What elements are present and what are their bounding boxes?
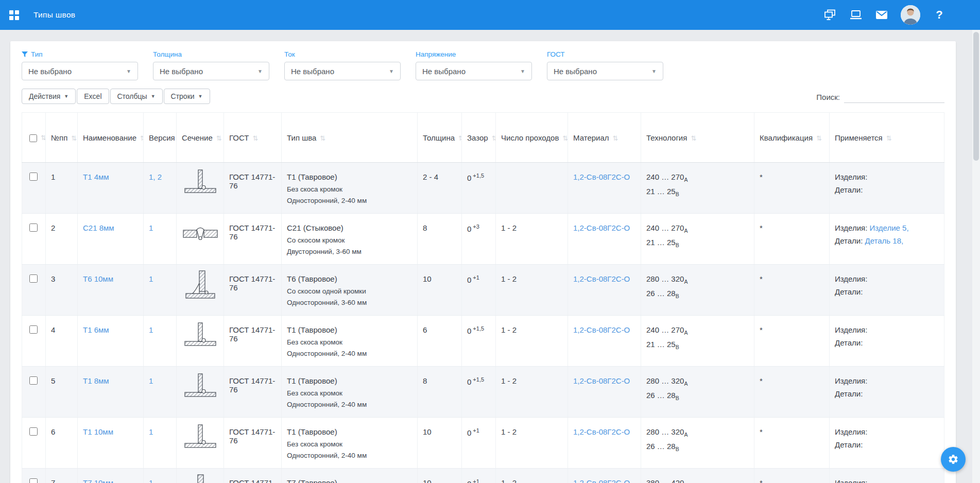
applies-cell: Изделия: Детали: <box>830 418 944 469</box>
table-row: 2 С21 8мм 1 ГОСТ 14771-76 С21 (Стыковое)… <box>22 214 944 265</box>
products-label: Изделия: <box>835 325 867 334</box>
products-label: Изделия: <box>835 478 867 483</box>
excel-button[interactable]: Excel <box>77 89 109 104</box>
material-link[interactable]: 1,2-Св-08Г2С-О <box>573 427 630 436</box>
filters-row: Тип Не выбрано▼ Толщина Не выбрано▼ Ток … <box>22 50 944 80</box>
gap-tolerance: +3 <box>473 223 479 230</box>
seam-name-link[interactable]: Т6 10мм <box>83 274 113 283</box>
column-header-label: Толщина <box>423 133 455 142</box>
row-checkbox[interactable] <box>29 223 38 232</box>
filter-gost: ГОСТ Не выбрано▼ <box>547 50 663 80</box>
row-checkbox[interactable] <box>29 427 38 436</box>
column-header-label: Материал <box>573 133 609 142</box>
sort-icon[interactable]: ⇅ <box>216 134 222 142</box>
row-number: 1 <box>46 163 78 214</box>
table-row: 6 Т1 10мм 1 ГОСТ 14771-76 Т1 (Тавровое) … <box>22 418 944 469</box>
caret-down-icon: ▼ <box>64 94 68 99</box>
screens-icon[interactable] <box>823 9 837 21</box>
sort-icon[interactable]: ⇅ <box>691 134 696 142</box>
row-checkbox[interactable] <box>29 478 38 483</box>
sort-icon[interactable]: ⇅ <box>140 134 144 142</box>
sort-icon[interactable]: ⇅ <box>562 134 568 142</box>
sort-icon[interactable]: ⇅ <box>71 134 77 142</box>
gap-cell: 0+1 <box>462 265 496 316</box>
apps-grid-icon[interactable] <box>9 10 19 20</box>
filter-label: Тип <box>22 50 138 58</box>
version-link[interactable]: 1, 2 <box>149 173 162 181</box>
gap-base: 0 <box>467 428 471 437</box>
rows-button[interactable]: Строки▼ <box>164 89 210 104</box>
filter-label: Напряжение <box>416 50 532 58</box>
columns-button[interactable]: Столбцы▼ <box>110 89 163 104</box>
row-select-cell <box>22 418 46 469</box>
column-header: Зазор⇅ <box>462 113 496 163</box>
seam-type-title: Т1 (Тавровое) <box>287 427 412 436</box>
qualification-value: * <box>754 163 830 214</box>
sort-icon[interactable]: ⇅ <box>458 134 461 142</box>
version-link[interactable]: 1 <box>149 274 153 283</box>
laptop-icon[interactable] <box>849 9 863 21</box>
details-label: Детали: <box>835 389 863 398</box>
version-link[interactable]: 1 <box>149 223 153 232</box>
gap-tolerance: +1 <box>473 427 479 434</box>
seam-name-link[interactable]: Т1 8мм <box>83 376 109 385</box>
sort-icon[interactable]: ⇅ <box>252 134 258 142</box>
settings-fab[interactable] <box>941 447 966 472</box>
filter-label: ГОСТ <box>547 50 663 58</box>
technology-current: 240 … 270А <box>646 173 749 183</box>
details-link[interactable]: Деталь 18, <box>865 236 904 245</box>
filter-select-current[interactable]: Не выбрано▼ <box>284 62 401 80</box>
actions-button[interactable]: Действия▼ <box>22 89 76 104</box>
seam-type-sides: Односторонний, 2-40 мм <box>287 350 412 357</box>
seam-name-link[interactable]: Т1 6мм <box>83 325 109 334</box>
sort-icon[interactable]: ⇅ <box>492 134 496 142</box>
material-link[interactable]: 1,2-Св-08Г2С-О <box>573 478 630 483</box>
row-checkbox[interactable] <box>29 325 38 334</box>
sort-icon[interactable]: ⇅ <box>320 134 325 142</box>
row-checkbox[interactable] <box>29 274 38 283</box>
passes-value: 1 - 2 <box>496 418 568 469</box>
select-all-checkbox[interactable] <box>29 134 37 142</box>
column-header-label: Квалификация <box>760 133 813 142</box>
material-link[interactable]: 1,2-Св-08Г2С-О <box>573 376 630 385</box>
user-avatar[interactable] <box>901 5 920 25</box>
filter-select-gost[interactable]: Не выбрано▼ <box>547 62 663 80</box>
seam-type-title: Т1 (Тавровое) <box>287 376 412 385</box>
version-link[interactable]: 1 <box>149 427 153 436</box>
filter-voltage: Напряжение Не выбрано▼ <box>416 50 532 80</box>
version-link[interactable]: 1 <box>149 325 153 334</box>
seam-name-link[interactable]: Т1 4мм <box>83 173 109 181</box>
help-icon[interactable]: ? <box>933 9 946 21</box>
search-input[interactable] <box>844 91 944 103</box>
sort-icon[interactable]: ⇅ <box>613 134 618 142</box>
seam-name-link[interactable]: Т7 10мм <box>83 478 113 483</box>
filter-select-type[interactable]: Не выбрано▼ <box>22 62 138 80</box>
sort-icon[interactable]: ⇅ <box>816 134 822 142</box>
products-link[interactable]: Изделие 5, <box>870 223 909 232</box>
row-checkbox[interactable] <box>29 376 38 385</box>
material-link[interactable]: 1,2-Св-08Г2С-О <box>573 223 630 232</box>
technology-cell: 240 … 270А 21 … 25В <box>641 316 754 367</box>
mail-icon[interactable] <box>875 9 888 21</box>
sort-icon[interactable]: ⇅ <box>886 134 892 142</box>
gap-base: 0 <box>467 174 471 182</box>
seam-name-link[interactable]: С21 8мм <box>83 223 114 232</box>
column-header: ГОСТ⇅ <box>224 113 282 163</box>
material-link[interactable]: 1,2-Св-08Г2С-О <box>573 173 630 181</box>
material-link[interactable]: 1,2-Св-08Г2С-О <box>573 325 630 334</box>
scrollbar-thumb[interactable] <box>973 32 979 161</box>
passes-value: 1 - 2 <box>496 367 568 418</box>
sort-icon[interactable]: ⇅ <box>41 134 46 142</box>
gost-value: ГОСТ 14771-76 <box>224 367 282 418</box>
row-checkbox[interactable] <box>29 173 38 181</box>
seam-type-cell: Т1 (Тавровое) Без скоса кромок Односторо… <box>282 367 418 418</box>
filter-select-thickness[interactable]: Не выбрано▼ <box>153 62 269 80</box>
seam-type-edges: Без скоса кромок <box>287 389 412 397</box>
window-scrollbar[interactable] <box>972 30 980 483</box>
material-link[interactable]: 1,2-Св-08Г2С-О <box>573 274 630 283</box>
filter-select-voltage[interactable]: Не выбрано▼ <box>416 62 532 80</box>
version-link[interactable]: 1 <box>149 478 153 483</box>
seam-name-link[interactable]: Т1 10мм <box>83 427 113 436</box>
version-link[interactable]: 1 <box>149 376 153 385</box>
gost-value: ГОСТ 14771-76 <box>224 214 282 265</box>
